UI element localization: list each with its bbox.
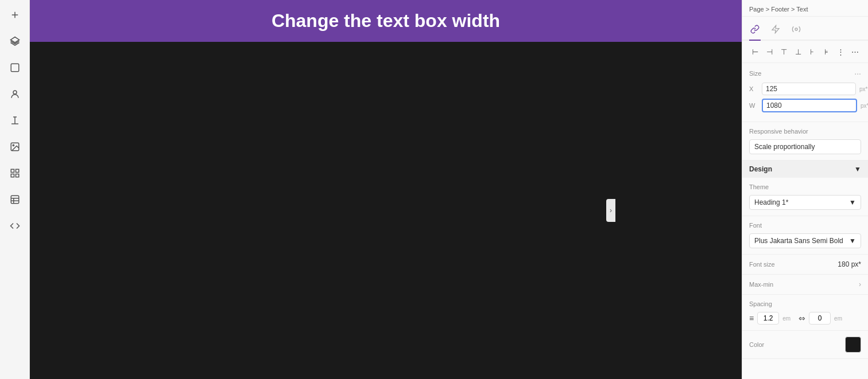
letter-spacing-icon: ⇔: [799, 314, 805, 323]
add-icon[interactable]: [7, 7, 23, 23]
maxmin-label: Max-min: [749, 281, 773, 288]
breadcrumb: Page > Footer > Text: [742, 0, 868, 17]
line-height-unit: em: [782, 315, 790, 322]
tab-style[interactable]: [749, 21, 761, 41]
svg-point-18: [795, 28, 797, 30]
font-label: Font: [749, 222, 861, 229]
svg-marker-17: [772, 25, 779, 33]
breadcrumb-text: Page > Footer > Text: [749, 6, 808, 13]
tutorial-text: Change the text box width: [272, 10, 500, 31]
size-section: Size ··· X px* Y px* W px* H px*: [742, 63, 868, 122]
x-label: X: [749, 85, 758, 92]
wh-row: W px* H px*: [749, 99, 861, 112]
right-panel: Page > Footer > Text ⊢ ⊣ ⊤ ⊥ ⊦ ⊧ ⋮ ⋯ Siz…: [742, 0, 868, 379]
color-section: Color: [742, 331, 868, 359]
distribute-v-button[interactable]: ⋯: [849, 45, 861, 58]
align-top-button[interactable]: ⊥: [792, 45, 804, 58]
tab-animate[interactable]: [770, 21, 781, 41]
letter-spacing-input[interactable]: [809, 312, 831, 325]
align-center-h-button[interactable]: ⊣: [764, 45, 776, 58]
responsive-label: Responsive behavior: [749, 128, 861, 135]
color-row: Color: [749, 337, 861, 353]
color-label: Color: [749, 341, 764, 348]
fontsize-value: 180 px*: [838, 260, 861, 268]
responsive-section: Responsive behavior Scale proportionally: [742, 122, 868, 161]
grid-icon[interactable]: [7, 165, 23, 181]
main-area: Change the text box width Desktop (Prima…: [30, 0, 742, 379]
theme-label: Theme: [749, 183, 861, 190]
theme-select[interactable]: Heading 1* ▼: [749, 195, 861, 210]
w-input[interactable]: [762, 99, 857, 112]
line-height-icon: ≡: [749, 314, 754, 323]
theme-section: Theme Heading 1* ▼: [742, 178, 868, 216]
svg-rect-11: [11, 196, 19, 204]
image-icon[interactable]: [7, 139, 23, 155]
theme-chevron: ▼: [849, 198, 856, 206]
panel-collapse-button[interactable]: ›: [606, 199, 615, 222]
font-chevron: ▼: [849, 237, 856, 245]
panel-tabs: [742, 17, 868, 41]
fontsize-row: Font size 180 px*: [749, 260, 861, 268]
align-right-edge-button[interactable]: ⊤: [778, 45, 790, 58]
size-more-button[interactable]: ···: [854, 69, 861, 78]
w-label: W: [749, 102, 758, 109]
svg-rect-7: [11, 169, 14, 172]
maxmin-chevron[interactable]: ›: [859, 280, 861, 288]
tab-settings[interactable]: [790, 21, 802, 41]
x-input[interactable]: [762, 83, 856, 95]
spacing-section: Spacing ≡ em ⇔ em: [742, 295, 868, 331]
svg-rect-8: [16, 169, 18, 172]
table-icon[interactable]: [7, 192, 23, 208]
font-section: Font Plus Jakarta Sans Semi Bold ▼: [742, 216, 868, 255]
w-unit: px*: [861, 103, 868, 109]
layers-icon[interactable]: [7, 33, 23, 49]
distribute-h-button[interactable]: ⋮: [835, 45, 847, 58]
alignment-row: ⊢ ⊣ ⊤ ⊥ ⊦ ⊧ ⋮ ⋯: [742, 41, 868, 63]
x-unit: px*: [859, 86, 868, 92]
left-sidebar: [0, 0, 30, 379]
spacing-label: Spacing: [749, 300, 861, 307]
line-height-input[interactable]: [757, 312, 779, 325]
align-left-edge-button[interactable]: ⊢: [749, 45, 761, 58]
fontsize-label: Font size: [749, 261, 775, 268]
maxmin-section: Max-min ›: [742, 275, 868, 295]
svg-rect-9: [11, 174, 14, 177]
color-swatch[interactable]: [845, 337, 861, 353]
svg-point-6: [13, 144, 14, 146]
letter-spacing-unit: em: [834, 315, 842, 322]
align-bottom-button[interactable]: ⊧: [820, 45, 832, 58]
xy-row: X px* Y px*: [749, 83, 861, 95]
page-icon[interactable]: [7, 60, 23, 76]
users-icon[interactable]: [7, 86, 23, 102]
spacing-row: ≡ em ⇔ em: [749, 312, 861, 325]
svg-rect-3: [11, 64, 19, 72]
size-label: Size ···: [749, 69, 861, 78]
tutorial-banner: Change the text box width: [30, 0, 742, 42]
canvas-container: Desktop (Primary) Home Portfolio Service…: [30, 42, 742, 379]
design-label: Design: [749, 165, 772, 173]
font-icon[interactable]: [7, 112, 23, 128]
fontsize-section: Font size 180 px*: [742, 255, 868, 275]
svg-rect-10: [16, 174, 18, 177]
svg-point-4: [13, 91, 17, 94]
design-chevron: ▼: [854, 165, 861, 173]
responsive-select[interactable]: Scale proportionally: [749, 139, 861, 154]
font-select[interactable]: Plus Jakarta Sans Semi Bold ▼: [749, 233, 861, 248]
design-section-header[interactable]: Design ▼: [742, 161, 868, 178]
code-icon[interactable]: [7, 218, 23, 234]
align-center-v-button[interactable]: ⊦: [807, 45, 819, 58]
